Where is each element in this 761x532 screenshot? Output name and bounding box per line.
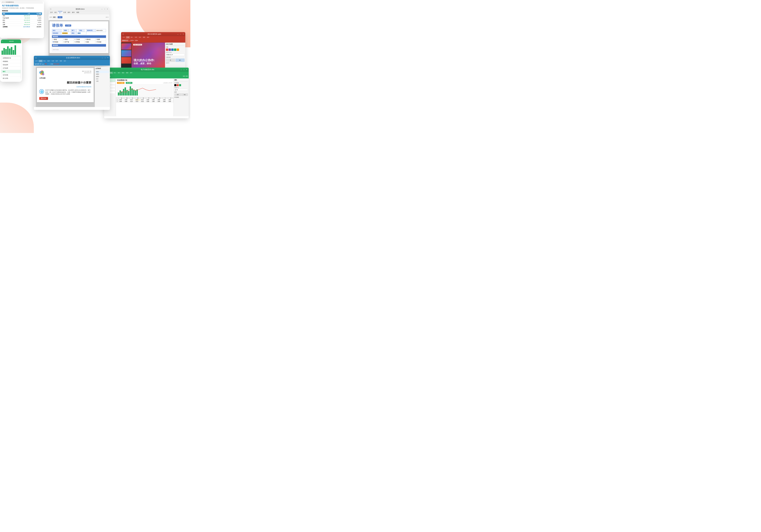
tab-file[interactable]: 文件	[49, 11, 54, 14]
cell-e1[interactable]: 0116	[141, 99, 146, 101]
maximize-button[interactable]: □	[183, 69, 185, 71]
tab-insert[interactable]: 插入	[54, 11, 58, 14]
close-button[interactable]: ✕	[182, 33, 184, 35]
georgia-font-btn[interactable]: Georgia	[54, 63, 59, 65]
minimize-button[interactable]: —	[180, 69, 182, 71]
font-name-btn[interactable]: Arial	[51, 63, 53, 65]
close-button[interactable]: ✕	[107, 57, 109, 59]
close-button[interactable]: ✕	[106, 8, 108, 10]
ribbon-layout-btn[interactable]: 布局▼	[130, 40, 134, 41]
cell-a1[interactable]: 3346	[119, 99, 124, 101]
tab-collab[interactable]: 协作	[55, 60, 59, 62]
tab-home[interactable]: 主页	[38, 60, 43, 62]
color-red[interactable]	[177, 84, 179, 86]
cell-i2[interactable]: 1996	[162, 101, 168, 102]
tab-layout[interactable]: 版式	[47, 60, 51, 62]
fill-btn[interactable]: 填充	[186, 76, 188, 77]
cell-g2[interactable]: 1990	[151, 101, 157, 102]
slide-thumb-1[interactable]	[121, 43, 131, 50]
ribbon-new-slide-btn[interactable]: 新建幻灯片	[122, 39, 129, 42]
tab-view[interactable]: 视图	[125, 72, 129, 74]
border-outer[interactable]: 外框	[181, 93, 188, 96]
color-swatch-blue[interactable]	[171, 48, 174, 51]
style-item-h3[interactable]: 标题3	[95, 76, 109, 78]
minimize-button[interactable]: —	[101, 8, 103, 10]
cta-button[interactable]: 重初名称	[39, 97, 48, 100]
font-selector[interactable]: ▲ 11 ▼	[34, 63, 40, 65]
tab-collab[interactable]: 协作	[138, 36, 142, 38]
cell-c2[interactable]: 5114	[130, 101, 135, 102]
menu-item-4[interactable]: 文字效果	[1, 67, 21, 70]
tab-data[interactable]: 数据	[121, 72, 125, 74]
tab-plugin[interactable]: 插件	[63, 60, 67, 62]
tab-home[interactable]: 主页	[126, 36, 130, 38]
slide-thumb-2[interactable]	[121, 50, 131, 57]
ribbon-insert-btn[interactable]: ✓插入	[58, 16, 62, 18]
tab-view[interactable]: 视图	[76, 11, 80, 14]
tab-view[interactable]: 视图	[59, 60, 63, 62]
cell-j1[interactable]: 1990	[168, 99, 173, 101]
tab-mail[interactable]: 邮件	[71, 11, 76, 14]
cell-d2[interactable]: 0116	[135, 101, 141, 102]
slide-thumb-3[interactable]	[121, 57, 131, 64]
transition-none[interactable]: 无	[166, 59, 175, 62]
minimize-button[interactable]: —	[101, 57, 103, 59]
tab-format[interactable]: 格式	[117, 72, 121, 74]
color-swatch-orange[interactable]	[177, 48, 179, 51]
heading-h1-btn[interactable]: H1	[45, 63, 47, 65]
tab-plugin[interactable]: 插件	[146, 36, 150, 38]
cell-a2[interactable]: 3346	[119, 101, 124, 102]
maximize-button[interactable]: □	[104, 8, 106, 10]
color-black[interactable]	[174, 84, 176, 86]
close-button[interactable]: ✕	[186, 69, 188, 71]
cell-j2[interactable]: 1990	[168, 101, 173, 102]
tab-references[interactable]: 引用	[62, 11, 67, 14]
transition-fade[interactable]: 淡入	[175, 59, 185, 62]
cell-h2[interactable]: 1996	[157, 101, 162, 102]
style-item-quote[interactable]: 引用	[95, 80, 109, 82]
freeze-btn[interactable]: 冻结	[183, 76, 185, 77]
color-swatch-red[interactable]	[166, 48, 168, 51]
minimize-button[interactable]: —	[177, 33, 179, 35]
tab-plugin[interactable]: 插件	[129, 72, 133, 74]
tab-layout[interactable]: 版式	[58, 11, 62, 14]
menu-item-5-active[interactable]: 格式	[1, 70, 21, 73]
cell-f2[interactable]: 0198	[146, 101, 151, 102]
cell-i1[interactable]: 1996	[162, 99, 168, 101]
ribbon-theme-btn[interactable]: 主题▼	[135, 40, 138, 41]
menu-item-6[interactable]: 交叉标题	[1, 73, 21, 77]
style-item-h1[interactable]: 标题1	[95, 71, 109, 73]
italic-btn[interactable]: I	[42, 63, 42, 65]
tab-ref[interactable]: 引用	[51, 60, 55, 62]
maximize-button[interactable]: □	[104, 57, 106, 59]
cell-d1[interactable]: 0116	[135, 99, 141, 101]
border-all[interactable]: 全部	[174, 93, 181, 96]
tab-plugin[interactable]: 插件	[67, 11, 71, 14]
color-green[interactable]	[179, 84, 181, 86]
color-swatch-green[interactable]	[174, 48, 176, 51]
font-size-selector[interactable]: 12 ▼	[174, 89, 188, 91]
leave-reason-area[interactable]: 请填写原因	[52, 47, 106, 51]
cell-c1[interactable]: 5114	[130, 99, 135, 101]
color-swatch-purple[interactable]	[169, 48, 171, 51]
bold-btn[interactable]: B	[40, 63, 41, 65]
menu-item-7[interactable]: 插入折线	[1, 77, 21, 79]
slide-size-selector[interactable]: 标准(4:3) ▼	[166, 54, 185, 56]
style-item-body[interactable]: 正文	[95, 78, 109, 80]
tab-insert[interactable]: 插入	[113, 72, 117, 74]
cell-h1[interactable]: 1996	[157, 99, 162, 101]
cell-g1[interactable]: 1990	[151, 99, 157, 101]
cell-b1[interactable]: 4396	[124, 99, 130, 101]
underline-btn[interactable]: U	[43, 63, 43, 65]
tab-layout[interactable]: 布局	[134, 36, 138, 38]
menu-item-1[interactable]: 设置图表区域	[1, 56, 21, 60]
ribbon-table-btn[interactable]: 表格	[53, 16, 56, 18]
maximize-button[interactable]: □	[180, 33, 182, 35]
style-item-h2[interactable]: 标题2	[95, 73, 109, 76]
heading-h2-btn[interactable]: H2	[47, 63, 49, 65]
tab-file[interactable]: 文件	[122, 36, 126, 38]
cell-e2[interactable]: 0116	[141, 101, 146, 102]
menu-item-2[interactable]: 高级颜色	[1, 60, 21, 63]
cell-f1[interactable]: 0198	[146, 99, 151, 101]
cell-b2[interactable]: 4396	[124, 101, 130, 102]
